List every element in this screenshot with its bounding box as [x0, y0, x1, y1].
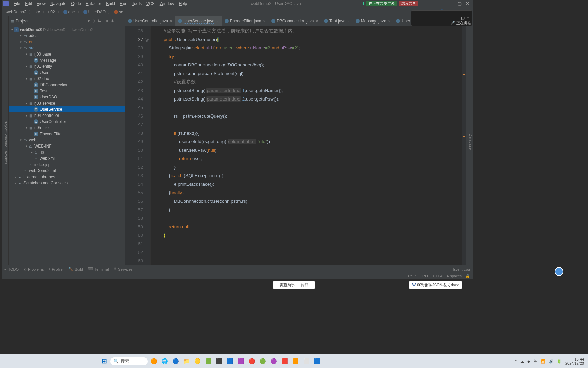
crumb-webDemo2[interactable]: webDemo2: [4, 10, 28, 14]
tb-app-1[interactable]: 🟠: [149, 356, 159, 366]
menu-refactor[interactable]: Refactor: [83, 1, 103, 7]
tree-item-web[interactable]: ▾🗀web: [9, 137, 125, 143]
project-tree[interactable]: ▾▪webDemo2D:\idea\webDemo\webDemo2▾🗀.ide…: [9, 26, 125, 265]
tb-app-6[interactable]: 🟪: [236, 356, 246, 366]
tray-wifi-icon[interactable]: 📶: [541, 359, 545, 364]
crumb-src[interactable]: src: [33, 10, 42, 14]
tb-app-2[interactable]: 🟡: [193, 356, 202, 366]
tab-DBConnnection-java[interactable]: DBConnnection.java×: [268, 16, 321, 26]
tab-close-icon[interactable]: ×: [216, 19, 218, 23]
ov-max-icon[interactable]: ▢: [461, 16, 465, 20]
tab-Message-java[interactable]: Message.java×: [353, 16, 393, 26]
project-tool-label[interactable]: Project: [4, 120, 8, 131]
tab-Test-java[interactable]: Test.java×: [321, 16, 353, 26]
tray-onedrive-icon[interactable]: ☁: [520, 359, 524, 364]
tree-item-DBConnnection[interactable]: CDBConnnection: [9, 82, 125, 88]
taskbar-search[interactable]: 🔍 搜索: [110, 357, 148, 365]
tb-app-7[interactable]: 🔴: [247, 356, 257, 366]
crumb-rj02[interactable]: rj02: [47, 10, 56, 14]
share-badge[interactable]: 你正在共享屏幕: [366, 1, 397, 6]
menu-navigate[interactable]: Navigate: [48, 1, 69, 7]
tree-item-Message[interactable]: CMessage: [9, 57, 125, 63]
tab-UserController-java[interactable]: UserController.java×: [125, 16, 175, 26]
tree-item-UserDAO[interactable]: CUserDAO: [9, 94, 125, 100]
tab-EncodeFilter-java[interactable]: EncodeFilter.java×: [222, 16, 269, 26]
tool-todo[interactable]: ≡TODO: [4, 267, 19, 271]
tb-app-8[interactable]: 🟢: [258, 356, 267, 366]
tray-volume-icon[interactable]: 🔊: [549, 359, 554, 364]
system-tray[interactable]: ˄ ☁ ◆ 英 📶 🔊 🔋 15:44 2024/12/20: [515, 357, 584, 365]
minimize-icon[interactable]: —: [450, 1, 454, 6]
tree-item-web-xml[interactable]: ▫web.xml: [9, 155, 125, 162]
tree-item-EncodeFilter[interactable]: CEncodeFilter: [9, 131, 125, 137]
tree-item-UserService[interactable]: CUserService: [9, 106, 125, 112]
crumb-dao[interactable]: dao: [62, 10, 77, 14]
tray-chevron-icon[interactable]: ˄: [515, 359, 517, 364]
tree-root[interactable]: ▾▪webDemo2D:\idea\webDemo\webDemo2: [9, 27, 125, 33]
tree-item-index-jsp[interactable]: ▫index.jsp: [9, 162, 125, 168]
menu-vcs[interactable]: VCS: [144, 1, 157, 7]
database-tool-label[interactable]: Database: [469, 134, 473, 150]
locate-icon[interactable]: ⊙: [90, 18, 96, 24]
tree-item-WEB-INF[interactable]: ▾🗀WEB-INF: [9, 143, 125, 149]
tab-close-icon[interactable]: ×: [347, 19, 349, 23]
tree-item-UserController[interactable]: CUserController: [9, 119, 125, 125]
readonly-icon[interactable]: 🔓: [465, 274, 470, 278]
tree-item-rj04-controller[interactable]: ▾▦rj04.controller: [9, 112, 125, 119]
ov-menu-icon[interactable]: ≡: [467, 16, 469, 20]
collapse-icon[interactable]: ⇥: [103, 18, 109, 24]
maximize-icon[interactable]: ▢: [458, 1, 462, 6]
tree-item-rj01-entity[interactable]: ▾▦rj01.entity: [9, 63, 125, 70]
tree-item-out[interactable]: ▾🗀out: [9, 39, 125, 45]
tree-item--idea[interactable]: ▾🗀.idea: [9, 33, 125, 39]
tray-battery-icon[interactable]: 🔋: [557, 359, 562, 364]
assistant-tip[interactable]: 青藤助手 你好: [273, 281, 315, 289]
tree-item-rj02-dao[interactable]: ▾▦rj02.dao: [9, 76, 125, 82]
menu-build[interactable]: Build: [103, 1, 117, 7]
document-chip[interactable]: W 06对象转JSON格式.docx: [409, 281, 462, 289]
tab-close-icon[interactable]: ×: [316, 19, 318, 23]
tree-item-External-Libraries[interactable]: ▸▸External Libraries: [9, 174, 125, 180]
tab-UserService-java[interactable]: UserService.java×: [175, 16, 222, 26]
taskbar-clock[interactable]: 15:44 2024/12/20: [565, 357, 584, 365]
tree-item-src[interactable]: ▾🗀src: [9, 45, 125, 51]
ov-min-icon[interactable]: —: [455, 16, 459, 20]
tool-services[interactable]: ⚙Services: [113, 267, 132, 271]
tree-item-rj05-filter[interactable]: ▾▦rj05.filter: [9, 125, 125, 131]
menu-code[interactable]: Code: [69, 1, 83, 7]
menu-edit[interactable]: Edit: [22, 1, 34, 7]
tb-explorer-icon[interactable]: 📁: [182, 356, 191, 366]
expand-icon[interactable]: ⇆: [96, 18, 103, 24]
menu-tools[interactable]: Tools: [130, 1, 144, 7]
tab-close-icon[interactable]: ×: [263, 19, 265, 23]
menu-help[interactable]: Help: [176, 1, 190, 7]
right-toolwindow-bar[interactable]: Database: [466, 16, 473, 265]
tool-build[interactable]: 🔨Build: [68, 267, 83, 271]
favorites-tool-label[interactable]: Favorites: [4, 149, 8, 164]
tray-security-icon[interactable]: ◆: [527, 359, 530, 364]
tb-app-11[interactable]: 🟧: [291, 356, 300, 366]
code-editor[interactable]: 3637@38394041424344454647484950515253545…: [125, 26, 466, 265]
tree-item-webDemo2-iml[interactable]: ▫webDemo2.iml: [9, 168, 125, 174]
tool-profiler[interactable]: ⌖Profiler: [48, 267, 64, 271]
tree-item-rj00-base[interactable]: ▾▦rj00.base: [9, 51, 125, 57]
tree-item-Scratches-and-Consoles[interactable]: ▸▸Scratches and Consoles: [9, 180, 125, 186]
hide-icon[interactable]: —: [116, 18, 123, 24]
tb-app-12[interactable]: ⬜: [301, 356, 311, 366]
structure-tool-label[interactable]: Structure: [4, 132, 8, 148]
end-share-badge[interactable]: 结束共享: [399, 1, 418, 6]
menu-file[interactable]: File: [11, 1, 22, 7]
line-separator[interactable]: CRLF: [420, 274, 429, 278]
settings-icon[interactable]: ✶: [109, 18, 116, 24]
file-encoding[interactable]: UTF-8: [433, 274, 443, 278]
indent-setting[interactable]: 4 spaces: [447, 274, 462, 278]
tb-app-3[interactable]: 🟩: [203, 356, 213, 366]
event-log[interactable]: Event Log: [453, 267, 470, 271]
close-icon[interactable]: ✕: [465, 1, 469, 6]
tb-app-9[interactable]: 🟣: [269, 356, 278, 366]
tool-problems[interactable]: ⊘Problems: [23, 267, 44, 271]
menu-window[interactable]: Window: [157, 1, 177, 7]
tree-item-User[interactable]: CUser: [9, 70, 125, 76]
tree-item-Test[interactable]: CTest: [9, 88, 125, 94]
tb-app-4[interactable]: ⬛: [214, 356, 224, 366]
